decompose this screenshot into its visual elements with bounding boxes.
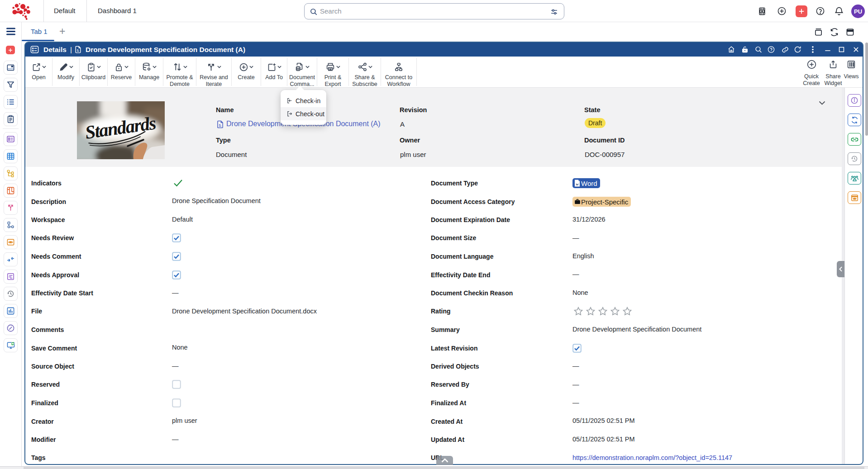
svg-text:w: w xyxy=(576,182,579,186)
